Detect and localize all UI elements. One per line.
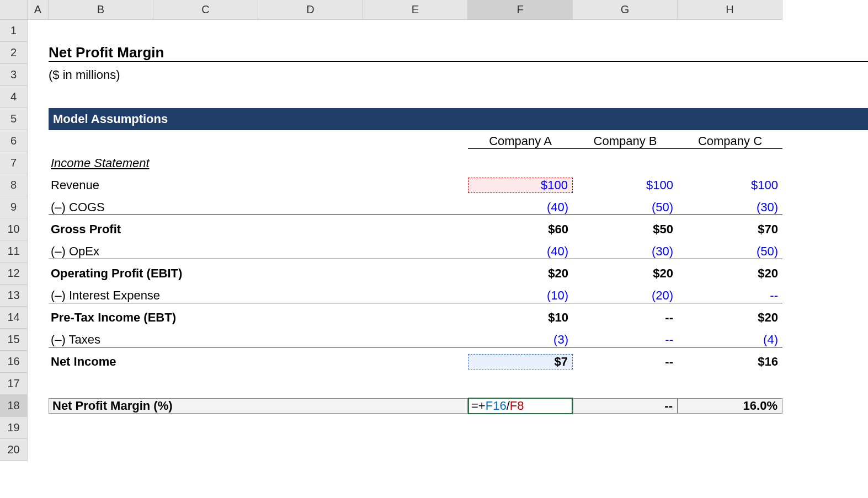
row-13[interactable]: (–) Interest Expense (10) (20) -- bbox=[28, 285, 868, 307]
cell-H15[interactable]: (4) bbox=[678, 333, 782, 347]
row-10[interactable]: Gross Profit $60 $50 $70 bbox=[28, 218, 868, 240]
label-interest: (–) Interest Expense bbox=[49, 288, 468, 303]
row-12[interactable]: Operating Profit (EBIT) $20 $20 $20 bbox=[28, 263, 868, 285]
col-header-G[interactable]: G bbox=[573, 0, 678, 19]
income-statement-header: Income Statement bbox=[49, 156, 468, 170]
row-header-9[interactable]: 9 bbox=[0, 196, 27, 218]
row-header-7[interactable]: 7 bbox=[0, 152, 27, 174]
cell-G12[interactable]: $20 bbox=[573, 266, 678, 281]
row-15[interactable]: (–) Taxes (3) -- (4) bbox=[28, 329, 868, 351]
row-7[interactable]: Income Statement bbox=[28, 152, 868, 174]
row-16[interactable]: Net Income $7 -- $16 bbox=[28, 351, 868, 373]
formula-ref1: F16 bbox=[486, 399, 507, 413]
cell-H9[interactable]: (30) bbox=[678, 200, 782, 215]
cell-G13[interactable]: (20) bbox=[573, 288, 678, 303]
cell-G9[interactable]: (50) bbox=[573, 200, 678, 215]
label-cogs: (–) COGS bbox=[49, 200, 468, 215]
grid-area[interactable]: Net Profit Margin ($ in millions) Model … bbox=[28, 20, 868, 461]
row-17[interactable] bbox=[28, 373, 868, 395]
cell-F12[interactable]: $20 bbox=[468, 266, 573, 281]
row-header-10[interactable]: 10 bbox=[0, 218, 27, 240]
row-header-11[interactable]: 11 bbox=[0, 240, 27, 263]
col-header-D[interactable]: D bbox=[258, 0, 363, 19]
row-8[interactable]: Revenue $100 $100 $100 bbox=[28, 174, 868, 196]
cell-G14[interactable]: -- bbox=[573, 310, 678, 325]
row-18[interactable]: Net Profit Margin (%) =+F16/F8 -- 16.0% bbox=[28, 395, 868, 417]
row-header-3[interactable]: 3 bbox=[0, 64, 27, 86]
cell-H8[interactable]: $100 bbox=[678, 178, 782, 192]
cell-H11[interactable]: (50) bbox=[678, 244, 782, 259]
col-header-C[interactable]: C bbox=[153, 0, 258, 19]
cell-F8[interactable]: $100 bbox=[468, 178, 573, 193]
cell-H14[interactable]: $20 bbox=[678, 310, 782, 325]
row-3[interactable]: ($ in millions) bbox=[28, 64, 868, 86]
col-header-H[interactable]: H bbox=[678, 0, 782, 19]
row-header-19[interactable]: 19 bbox=[0, 417, 27, 439]
label-ebt: Pre-Tax Income (EBT) bbox=[49, 310, 468, 325]
row-9[interactable]: (–) COGS (40) (50) (30) bbox=[28, 196, 868, 218]
label-gross: Gross Profit bbox=[49, 222, 468, 237]
cell-H18[interactable]: 16.0% bbox=[678, 398, 782, 414]
formula-prefix: =+ bbox=[471, 399, 486, 413]
row-header-6[interactable]: 6 bbox=[0, 130, 27, 152]
cell-G15[interactable]: -- bbox=[573, 333, 678, 347]
cell-F13[interactable]: (10) bbox=[468, 288, 573, 303]
label-net: Net Income bbox=[49, 355, 468, 369]
cell-F10[interactable]: $60 bbox=[468, 222, 573, 237]
cell-H16[interactable]: $16 bbox=[678, 355, 782, 369]
row-header-1[interactable]: 1 bbox=[0, 20, 27, 42]
label-ebit: Operating Profit (EBIT) bbox=[49, 266, 468, 281]
column-headers: A B C D E F G H bbox=[28, 0, 782, 20]
cell-G8[interactable]: $100 bbox=[573, 178, 678, 192]
select-all-corner[interactable] bbox=[0, 0, 28, 20]
row-header-17[interactable]: 17 bbox=[0, 373, 27, 395]
cell-F18-editing[interactable]: =+F16/F8 bbox=[468, 398, 573, 414]
cell-F16[interactable]: $7 bbox=[468, 354, 573, 370]
row-header-16[interactable]: 16 bbox=[0, 351, 27, 373]
page-title: Net Profit Margin bbox=[49, 44, 868, 62]
row-header-15[interactable]: 15 bbox=[0, 329, 27, 351]
cell-F14[interactable]: $10 bbox=[468, 310, 573, 325]
subtitle: ($ in millions) bbox=[49, 68, 868, 82]
row-header-8[interactable]: 8 bbox=[0, 174, 27, 196]
row-2[interactable]: Net Profit Margin bbox=[28, 42, 868, 64]
cell-H13[interactable]: -- bbox=[678, 288, 782, 303]
cell-H12[interactable]: $20 bbox=[678, 266, 782, 281]
cell-G16[interactable]: -- bbox=[573, 355, 678, 369]
row-header-12[interactable]: 12 bbox=[0, 263, 27, 285]
cell-G18[interactable]: -- bbox=[573, 398, 678, 414]
row-4[interactable] bbox=[28, 86, 868, 108]
cell-F15[interactable]: (3) bbox=[468, 333, 573, 347]
row-header-14[interactable]: 14 bbox=[0, 307, 27, 329]
row-20[interactable] bbox=[28, 439, 868, 461]
col-header-A[interactable]: A bbox=[28, 0, 49, 19]
cell-G10[interactable]: $50 bbox=[573, 222, 678, 237]
row-5[interactable]: Model Assumptions bbox=[28, 108, 868, 130]
row-6[interactable]: Company A Company B Company C bbox=[28, 130, 868, 152]
cell-F9[interactable]: (40) bbox=[468, 200, 573, 215]
label-taxes: (–) Taxes bbox=[49, 333, 468, 347]
company-b-header: Company B bbox=[573, 134, 678, 149]
row-header-2[interactable]: 2 bbox=[0, 42, 27, 64]
col-header-F[interactable]: F bbox=[468, 0, 573, 19]
row-header-4[interactable]: 4 bbox=[0, 86, 27, 108]
spreadsheet: A B C D E F G H 1 2 3 4 5 6 7 8 9 10 11 … bbox=[0, 0, 868, 498]
row-header-5[interactable]: 5 bbox=[0, 108, 27, 130]
label-npm: Net Profit Margin (%) bbox=[49, 398, 468, 414]
cell-G11[interactable]: (30) bbox=[573, 244, 678, 259]
cell-F11[interactable]: (40) bbox=[468, 244, 573, 259]
row-1[interactable] bbox=[28, 20, 868, 42]
row-header-13[interactable]: 13 bbox=[0, 285, 27, 307]
row-14[interactable]: Pre-Tax Income (EBT) $10 -- $20 bbox=[28, 307, 868, 329]
row-headers: 1 2 3 4 5 6 7 8 9 10 11 12 13 14 15 16 1… bbox=[0, 20, 28, 461]
row-header-20[interactable]: 20 bbox=[0, 439, 27, 461]
cell-H10[interactable]: $70 bbox=[678, 222, 782, 237]
formula-ref2: F8 bbox=[510, 399, 524, 413]
company-c-header: Company C bbox=[678, 134, 782, 149]
label-opex: (–) OpEx bbox=[49, 244, 468, 259]
row-11[interactable]: (–) OpEx (40) (30) (50) bbox=[28, 240, 868, 263]
col-header-E[interactable]: E bbox=[363, 0, 468, 19]
col-header-B[interactable]: B bbox=[49, 0, 153, 19]
row-header-18[interactable]: 18 bbox=[0, 395, 27, 417]
row-19[interactable] bbox=[28, 417, 868, 439]
